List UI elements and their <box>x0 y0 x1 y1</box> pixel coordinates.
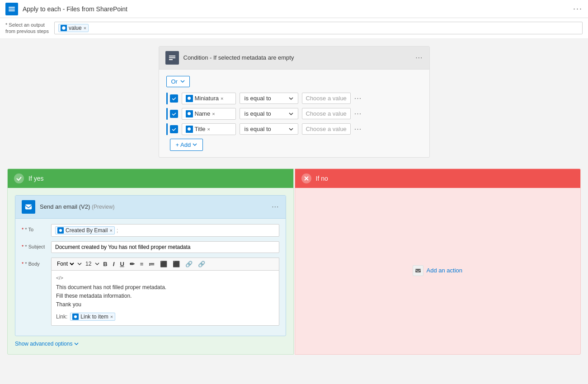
checkbox-3[interactable] <box>170 125 178 133</box>
link-tag-icon <box>72 314 79 320</box>
yes-icon <box>14 173 24 183</box>
condition-title: Condition - If selected metadata are emp… <box>183 54 411 61</box>
branch-yes-title: If yes <box>28 175 43 182</box>
no-icon <box>301 173 311 183</box>
row1-more[interactable]: ··· <box>354 94 362 103</box>
sharepoint-icon <box>61 25 67 31</box>
header-left: Apply to each - Files from SharePoint <box>5 3 127 15</box>
svg-rect-0 <box>9 7 15 8</box>
underline-button[interactable]: U <box>118 260 126 268</box>
email-card-header: Send an email (V2) (Preview) ··· <box>15 196 286 219</box>
header-title: Apply to each - Files from SharePoint <box>23 5 127 13</box>
name-remove[interactable]: × <box>212 111 215 117</box>
field-tag-name: Name × <box>182 108 236 120</box>
select-output-row: * Select an output from previous steps v… <box>0 18 588 39</box>
value-input-1[interactable]: Choose a value <box>302 93 351 104</box>
header-bar: Apply to each - Files from SharePoint ··… <box>0 0 588 18</box>
font-size-display: 12 <box>85 261 91 267</box>
align-right-button[interactable]: ⬛ <box>171 260 182 268</box>
rte-toolbar: Font 12 B I U ✏ ≡ <box>51 258 279 270</box>
subject-row: * * Subject <box>22 241 279 253</box>
add-condition-button[interactable]: + Add <box>170 139 203 151</box>
apply-to-each-icon <box>5 3 18 15</box>
add-action-button[interactable]: Add an action <box>411 263 464 278</box>
branch-no-content: Add an action <box>295 188 581 354</box>
bullet-list-button[interactable]: ≡ <box>138 260 146 268</box>
highlight-button[interactable]: ✏ <box>128 260 136 268</box>
body-label: * * Body <box>22 258 47 267</box>
italic-button[interactable]: I <box>111 260 117 268</box>
branch-no-title: If no <box>316 175 328 182</box>
select-output-label: * Select an output from previous steps <box>5 22 49 35</box>
condition-more-button[interactable]: ··· <box>415 54 423 62</box>
email-card-title: Send an email (V2) (Preview) <box>40 203 267 210</box>
value-tag-remove[interactable]: × <box>84 25 86 31</box>
link-to-item-tag: Link to item × <box>70 313 115 321</box>
unlink-button[interactable]: 🔗 <box>196 260 207 268</box>
body-row: * * Body Font 12 <box>22 258 279 326</box>
operator-select-1[interactable]: is equal to <box>240 93 298 104</box>
link-button[interactable]: 🔗 <box>183 260 194 268</box>
select-output-input[interactable]: value × <box>54 22 583 34</box>
svg-point-8 <box>59 229 62 231</box>
font-size-chevron <box>95 262 99 266</box>
value-input-3[interactable]: Choose a value <box>302 123 351 135</box>
rte-body[interactable]: </> This document has not filled proper … <box>51 270 279 326</box>
svg-point-9 <box>74 315 77 318</box>
outlook-icon <box>22 200 35 214</box>
font-select[interactable]: Font <box>55 260 75 267</box>
subject-input[interactable] <box>51 241 279 253</box>
branch-yes-header: If yes <box>8 169 293 188</box>
title-remove[interactable]: × <box>207 126 210 132</box>
svg-point-5 <box>188 112 191 115</box>
row2-more[interactable]: ··· <box>354 110 362 118</box>
bold-button[interactable]: B <box>101 260 109 268</box>
to-tag-remove[interactable]: × <box>109 228 112 233</box>
link-row: Link: Link to item × <box>56 313 274 321</box>
condition-row-3: Title × is equal to Choose a value ··· <box>166 123 422 135</box>
show-advanced-button[interactable]: Show advanced options <box>15 341 286 347</box>
branch-no-header: If no <box>295 169 581 188</box>
operator-select-2[interactable]: is equal to <box>240 108 298 119</box>
link-tag-remove[interactable]: × <box>110 314 113 319</box>
body-text: This document has not filled proper meta… <box>56 283 274 309</box>
to-row: * * To Created By Email × <box>22 224 279 237</box>
value-input-2[interactable]: Choose a value <box>302 108 351 119</box>
email-card-more-button[interactable]: ··· <box>272 203 279 211</box>
body-editor: Font 12 B I U ✏ ≡ <box>51 258 279 326</box>
svg-rect-10 <box>415 269 421 272</box>
row3-more[interactable]: ··· <box>354 125 362 133</box>
condition-icon <box>165 51 179 65</box>
branch-row: If yes Send an email (V2) (Preview) ··· <box>7 169 581 355</box>
subject-label: * * Subject <box>22 241 47 249</box>
svg-rect-1 <box>9 9 15 9</box>
svg-point-3 <box>62 27 66 30</box>
code-toggle[interactable]: </> <box>56 275 274 281</box>
branch-no: If no Add an action <box>295 169 581 355</box>
or-button[interactable]: Or <box>166 76 190 87</box>
svg-rect-7 <box>25 204 32 209</box>
to-input[interactable]: Created By Email × ; <box>51 224 279 237</box>
align-left-button[interactable]: ⬛ <box>158 260 169 268</box>
main-content: Condition - If selected metadata are emp… <box>0 39 588 362</box>
add-action-icon <box>413 265 423 276</box>
miniatura-remove[interactable]: × <box>221 96 223 101</box>
condition-block: Condition - If selected metadata are emp… <box>159 46 430 158</box>
checkbox-1[interactable] <box>170 94 178 103</box>
numbered-list-button[interactable]: ≔ <box>147 260 156 268</box>
checkbox-2[interactable] <box>170 110 178 118</box>
field-tag-miniatura: Miniatura × <box>182 93 236 104</box>
operator-select-3[interactable]: is equal to <box>240 123 298 135</box>
to-label: * * To <box>22 224 47 232</box>
svg-rect-2 <box>9 10 15 11</box>
sharepoint-field-icon-3 <box>186 126 193 133</box>
email-card: Send an email (V2) (Preview) ··· * * To <box>15 195 286 337</box>
value-tag: value × <box>58 24 89 32</box>
font-select-chevron <box>77 262 82 266</box>
sharepoint-field-icon-2 <box>186 110 193 117</box>
field-tag-title: Title × <box>182 123 236 135</box>
sharepoint-tag-icon <box>57 227 64 234</box>
header-more-button[interactable]: ··· <box>573 4 583 14</box>
created-by-email-tag: Created By Email × <box>55 226 115 234</box>
branch-yes: If yes Send an email (V2) (Preview) ··· <box>7 169 294 355</box>
